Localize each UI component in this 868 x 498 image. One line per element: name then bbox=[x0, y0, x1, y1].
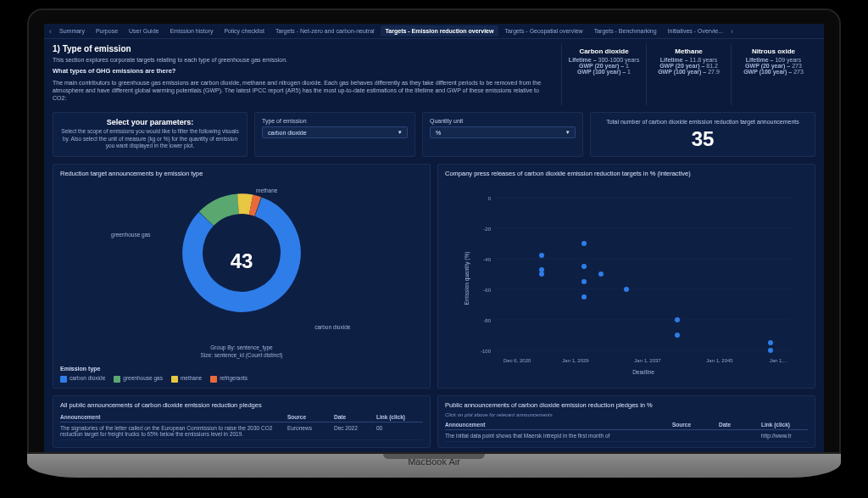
gas-name: Methane bbox=[652, 48, 726, 55]
table-row[interactable]: The initial data point shows that Maersk… bbox=[445, 430, 808, 442]
scatter-title: Company press releases of carbon dioxide… bbox=[445, 170, 808, 177]
donut-groupby: Group By: sentence_type Size: sentence_i… bbox=[60, 344, 423, 359]
laptop-base: MacBook Air bbox=[27, 454, 841, 478]
tabs-scroll-right[interactable]: › bbox=[729, 27, 735, 36]
section-subtitle: This section explores corporate targets … bbox=[53, 56, 553, 64]
tab-emission-history[interactable]: Emission history bbox=[164, 25, 218, 36]
donut-label-greenhouse: greenhouse gas bbox=[111, 232, 151, 238]
svg-text:-20: -20 bbox=[483, 227, 491, 232]
tab-policy-checklist[interactable]: Policy checklist bbox=[219, 25, 269, 36]
svg-text:Deadline: Deadline bbox=[632, 369, 654, 375]
counter-panel: Total number of carbon dioxide emission … bbox=[590, 112, 815, 157]
svg-point-34 bbox=[768, 340, 773, 345]
tab-targets-netzero[interactable]: Targets - Net-zero and carbon-neutral bbox=[270, 25, 380, 36]
svg-text:-60: -60 bbox=[483, 288, 491, 293]
svg-point-33 bbox=[675, 333, 680, 338]
svg-text:Jan 1, 2029: Jan 1, 2029 bbox=[562, 358, 589, 363]
tabs-scroll-left[interactable]: ‹ bbox=[47, 27, 53, 36]
laptop-frame: ‹ Summary Purpose User Guide Emission hi… bbox=[27, 8, 841, 478]
params-title: Select your parameters: bbox=[60, 118, 240, 126]
svg-point-31 bbox=[624, 287, 629, 292]
table-subtitle: Click on plot above for relevant announc… bbox=[445, 412, 808, 417]
svg-text:Dec 6, 2020: Dec 6, 2020 bbox=[504, 358, 531, 363]
svg-point-26 bbox=[581, 241, 587, 246]
screen-bezel: ‹ Summary Purpose User Guide Emission hi… bbox=[27, 8, 841, 454]
gas-name: Nitrous oxide bbox=[737, 48, 810, 55]
type-value: carbon dioxide bbox=[268, 130, 307, 136]
counter-value: 35 bbox=[598, 127, 808, 151]
legend-title: Emission type bbox=[60, 366, 423, 372]
tab-targets-geospatial[interactable]: Targets - Geospatial overview bbox=[499, 25, 587, 36]
scatter-chart[interactable]: 0 -20 -40 -60 -80 -100 Emission quantity… bbox=[445, 181, 808, 376]
tab-summary[interactable]: Summary bbox=[54, 25, 90, 36]
section-body: The main contributors to greenhouse gas … bbox=[53, 79, 553, 102]
section-heading: 1) Type of emission bbox=[53, 44, 553, 53]
table-all-announcements: All public announcements of carbon dioxi… bbox=[53, 395, 431, 448]
gas-cards: Carbon dioxide Lifetime – 300-1000 years… bbox=[561, 44, 815, 105]
unit-label: Quantity unit bbox=[430, 118, 576, 124]
tab-initiatives-overview[interactable]: Initiatives - Overvie... bbox=[663, 25, 728, 36]
unit-value: % bbox=[436, 130, 441, 136]
type-of-emission-select[interactable]: carbon dioxide ▾ bbox=[262, 126, 408, 138]
type-label: Type of emission bbox=[262, 118, 408, 124]
table-pct-announcements: Public announcements of carbon dioxide e… bbox=[437, 395, 815, 448]
svg-point-30 bbox=[598, 271, 604, 277]
svg-point-25 bbox=[539, 271, 544, 277]
params-desc: Select the scope of emissions you would … bbox=[60, 128, 240, 149]
tab-bar: ‹ Summary Purpose User Guide Emission hi… bbox=[44, 24, 824, 39]
chevron-down-icon: ▾ bbox=[566, 129, 570, 136]
type-of-emission-panel: Type of emission carbon dioxide ▾ bbox=[254, 112, 415, 157]
params-panel: Select your parameters: Select the scope… bbox=[53, 112, 248, 157]
chevron-down-icon: ▾ bbox=[398, 129, 402, 136]
tab-purpose[interactable]: Purpose bbox=[91, 25, 123, 36]
svg-text:0: 0 bbox=[488, 196, 492, 201]
table-header: Announcement Source Date Link (click) bbox=[60, 412, 423, 422]
svg-text:Jan 1, 2045: Jan 1, 2045 bbox=[706, 358, 733, 363]
donut-label-methane: methane bbox=[256, 187, 277, 193]
scatter-panel: Company press releases of carbon dioxide… bbox=[437, 164, 815, 388]
donut-title: Reduction target announcements by emissi… bbox=[60, 170, 423, 177]
gas-card-methane: Methane Lifetime – 11.8 years GWP (20 ye… bbox=[646, 44, 731, 105]
donut-center-value: 43 bbox=[231, 249, 253, 273]
section-question: What types of GHG emissions are there? bbox=[53, 67, 553, 76]
donut-label-carbon: carbon dioxide bbox=[314, 324, 350, 330]
tab-targets-emission-reduction[interactable]: Targets - Emission reduction overview bbox=[381, 25, 499, 36]
svg-text:-80: -80 bbox=[483, 318, 491, 323]
svg-text:-100: -100 bbox=[481, 349, 492, 354]
svg-point-27 bbox=[581, 264, 587, 269]
table-header: Announcement Source Date Link (click) bbox=[445, 420, 808, 430]
donut-panel: Reduction target announcements by emissi… bbox=[53, 164, 431, 388]
svg-text:-40: -40 bbox=[483, 257, 491, 262]
svg-point-23 bbox=[539, 253, 544, 258]
tab-targets-benchmarking[interactable]: Targets - Benchmarking bbox=[589, 25, 662, 36]
gas-name: Carbon dioxide bbox=[567, 48, 641, 55]
svg-point-35 bbox=[768, 348, 773, 353]
svg-point-29 bbox=[581, 294, 587, 299]
svg-text:Jan 1, 2037: Jan 1, 2037 bbox=[634, 358, 661, 363]
donut-legend: carbon dioxide greenhouse gas methane re… bbox=[60, 375, 423, 382]
laptop-label: MacBook Air bbox=[408, 456, 460, 467]
tab-user-guide[interactable]: User Guide bbox=[124, 25, 164, 36]
table-title: All public announcements of carbon dioxi… bbox=[60, 401, 423, 409]
table-row[interactable]: The signatories of the letter called on … bbox=[60, 422, 423, 440]
counter-label: Total number of carbon dioxide emission … bbox=[598, 118, 808, 126]
quantity-unit-select[interactable]: % ▾ bbox=[430, 126, 576, 138]
intro-block: 1) Type of emission This section explore… bbox=[53, 44, 553, 105]
svg-text:Jan 1,...: Jan 1,... bbox=[770, 358, 788, 363]
svg-point-32 bbox=[675, 317, 680, 322]
gas-card-co2: Carbon dioxide Lifetime – 300-1000 years… bbox=[561, 44, 646, 105]
table-title: Public announcements of carbon dioxide e… bbox=[445, 401, 808, 409]
dashboard-screen: ‹ Summary Purpose User Guide Emission hi… bbox=[44, 24, 824, 452]
gas-card-n2o: Nitrous oxide Lifetime – 109 years GWP (… bbox=[731, 44, 815, 105]
svg-point-28 bbox=[581, 279, 587, 284]
quantity-unit-panel: Quantity unit % ▾ bbox=[422, 112, 583, 157]
svg-text:Emission quantity (%): Emission quantity (%) bbox=[464, 252, 470, 305]
